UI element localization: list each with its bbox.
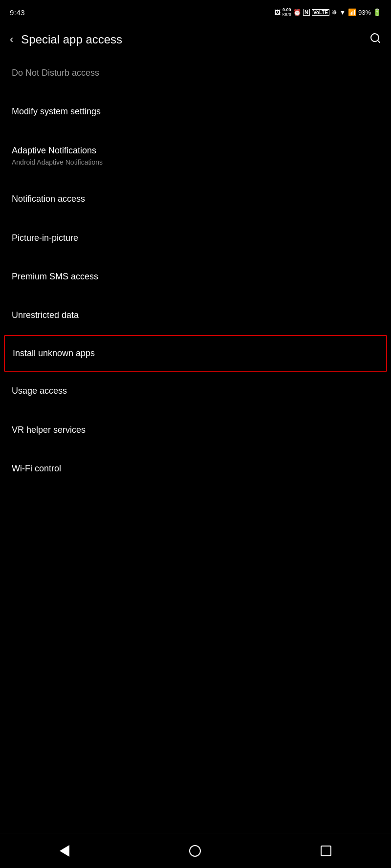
menu-item-subtitle-adaptive-notifications: Android Adaptive Notifications xyxy=(12,158,379,166)
menu-item-wifi-control[interactable]: Wi-Fi control xyxy=(0,449,391,488)
signal-icon: 📶 xyxy=(348,8,356,16)
status-time: 9:43 xyxy=(10,8,25,17)
nav-recents-button[interactable] xyxy=(309,842,343,860)
menu-item-title-unrestricted-data: Unrestricted data xyxy=(12,310,79,320)
battery-icon: 🔋 xyxy=(373,8,381,16)
recents-nav-icon xyxy=(321,846,331,856)
status-icons: 🖼 0.00 KB/S ⏰ N VoLTE ✵ ▼ 📶 93% 🔋 xyxy=(274,8,381,17)
back-nav-icon xyxy=(60,845,69,857)
alarm-icon: ⏰ xyxy=(293,9,301,16)
home-nav-icon xyxy=(189,845,201,857)
photo-icon: 🖼 xyxy=(274,9,281,16)
nav-home-button[interactable] xyxy=(177,841,213,861)
menu-item-title-vr-helper-services: VR helper services xyxy=(12,425,86,435)
nav-bar xyxy=(0,833,391,868)
bluetooth-icon: ✵ xyxy=(331,8,337,16)
menu-item-title-wifi-control: Wi-Fi control xyxy=(12,464,61,473)
page-title: Special app access xyxy=(21,33,122,46)
menu-item-vr-helper-services[interactable]: VR helper services xyxy=(0,411,391,449)
menu-item-title-picture-in-picture: Picture-in-picture xyxy=(12,233,78,243)
back-button[interactable]: ‹ xyxy=(10,33,13,46)
volte-icon: VoLTE xyxy=(312,9,329,16)
status-bar: 9:43 🖼 0.00 KB/S ⏰ N VoLTE ✵ ▼ 📶 93% 🔋 xyxy=(0,0,391,23)
menu-item-title-install-unknown-apps: Install unknown apps xyxy=(13,348,95,358)
wifi-icon: ▼ xyxy=(339,8,346,16)
search-button[interactable] xyxy=(369,32,381,47)
menu-item-modify-system-settings[interactable]: Modify system settings xyxy=(0,92,391,131)
menu-item-usage-access[interactable]: Usage access xyxy=(0,372,391,410)
menu-item-title-premium-sms: Premium SMS access xyxy=(12,272,98,281)
header: ‹ Special app access xyxy=(0,23,391,58)
menu-item-unrestricted-data[interactable]: Unrestricted data xyxy=(0,296,391,335)
menu-item-title-do-not-disturb: Do Not Disturb access xyxy=(12,68,99,78)
menu-item-title-usage-access: Usage access xyxy=(12,386,67,396)
svg-line-1 xyxy=(378,41,380,42)
menu-item-title-modify-system-settings: Modify system settings xyxy=(12,106,101,116)
nfc-icon: N xyxy=(303,9,310,16)
menu-item-picture-in-picture[interactable]: Picture-in-picture xyxy=(0,219,391,257)
menu-item-notification-access[interactable]: Notification access xyxy=(0,180,391,218)
menu-item-adaptive-notifications[interactable]: Adaptive Notifications Android Adaptive … xyxy=(0,131,391,180)
content-area: Do Not Disturb access Modify system sett… xyxy=(0,58,391,523)
menu-item-title-adaptive-notifications: Adaptive Notifications xyxy=(12,146,96,155)
menu-item-premium-sms[interactable]: Premium SMS access xyxy=(0,257,391,296)
header-left: ‹ Special app access xyxy=(10,33,122,46)
menu-item-install-unknown-apps[interactable]: Install unknown apps xyxy=(4,335,387,372)
nav-back-button[interactable] xyxy=(48,841,81,861)
battery-percent: 93% xyxy=(358,9,371,16)
menu-list: Do Not Disturb access Modify system sett… xyxy=(0,58,391,488)
kbps-icon: 0.00 KB/S xyxy=(282,8,291,17)
menu-item-title-notification-access: Notification access xyxy=(12,194,85,204)
menu-item-do-not-disturb[interactable]: Do Not Disturb access xyxy=(0,58,391,92)
